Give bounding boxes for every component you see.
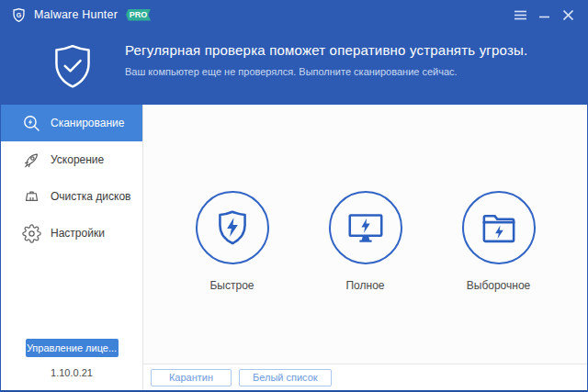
scan-option-label: Выборочное <box>467 279 531 292</box>
sidebar-item-label: Очистка дисков <box>51 190 130 203</box>
sidebar-item-label: Ускорение <box>51 153 104 166</box>
sidebar-item-boost[interactable]: Ускорение <box>1 141 142 178</box>
scan-search-bolt-icon <box>22 114 41 133</box>
scan-option-custom[interactable]: Выборочное <box>462 191 536 292</box>
version-number: 1.10.0.21 <box>1 367 142 378</box>
shield-bolt-icon <box>196 191 269 264</box>
manage-license-button[interactable]: Управление лице... <box>26 339 119 357</box>
cleaning-brush-icon <box>22 187 41 207</box>
minimize-icon[interactable] <box>534 5 554 25</box>
scan-option-full[interactable]: Полное <box>329 191 402 292</box>
status-header: Регулярная проверка поможет оперативно у… <box>1 28 587 105</box>
svg-text:G: G <box>17 11 22 18</box>
status-message: Регулярная проверка поможет оперативно у… <box>125 28 527 105</box>
sidebar-item-label: Сканирование <box>51 117 124 129</box>
main-panel: Быстрое Полное <box>143 105 587 390</box>
app-title: Malware Hunter <box>34 8 118 21</box>
gear-icon <box>22 224 41 243</box>
scan-option-label: Полное <box>345 279 384 292</box>
folder-bolt-icon <box>462 191 536 264</box>
rocket-icon <box>22 151 41 170</box>
status-subtitle: Ваш компьютер еще не проверялся. Выполни… <box>125 66 527 77</box>
whitelist-button[interactable]: Белый список <box>239 369 332 386</box>
sidebar-item-scan[interactable]: Сканирование <box>1 105 142 141</box>
scan-option-label: Быстрое <box>209 279 254 292</box>
monitor-bolt-icon <box>329 191 402 264</box>
menu-icon[interactable] <box>510 5 530 25</box>
scan-option-quick[interactable]: Быстрое <box>196 191 269 292</box>
shield-check-icon <box>48 41 97 105</box>
sidebar-item-disk-cleaner[interactable]: Очистка дисков <box>1 178 142 215</box>
titlebar: G Malware Hunter PRO <box>1 1 587 28</box>
quarantine-button[interactable]: Карантин <box>151 369 232 386</box>
bottombar: Карантин Белый список <box>143 364 587 390</box>
window-controls <box>510 5 578 25</box>
status-title: Регулярная проверка поможет оперативно у… <box>125 42 527 58</box>
close-icon[interactable] <box>558 5 578 25</box>
sidebar: Сканирование Ускорение <box>1 105 143 390</box>
app-logo-shield-icon: G <box>11 7 27 23</box>
sidebar-item-label: Настройки <box>51 227 105 240</box>
sidebar-item-settings[interactable]: Настройки <box>1 215 142 252</box>
app-window: G Malware Hunter PRO <box>0 0 588 392</box>
pro-badge: PRO <box>126 9 151 21</box>
scan-options: Быстрое Полное <box>143 105 587 364</box>
